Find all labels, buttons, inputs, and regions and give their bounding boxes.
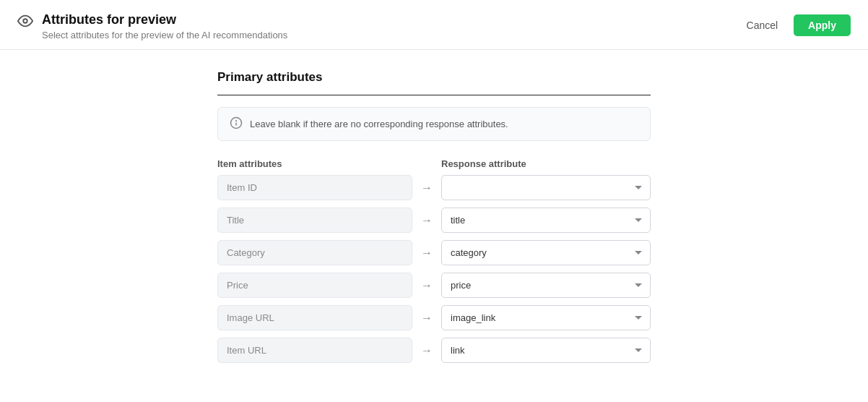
arrow-icon: → bbox=[412, 344, 441, 357]
arrow-icon: → bbox=[412, 247, 441, 260]
info-box: Leave blank if there are no correspondin… bbox=[217, 107, 651, 141]
attributes-header: Item attributes Response attribute bbox=[217, 158, 651, 169]
arrow-icon: → bbox=[412, 214, 441, 227]
response-attribute-select[interactable]: titlecategorypriceimage_linklinkiddescri… bbox=[441, 208, 651, 233]
primary-attributes-section: Primary attributes Leave blank if there … bbox=[217, 70, 651, 370]
item-attribute-field: Title bbox=[217, 208, 412, 233]
section-divider bbox=[217, 95, 651, 95]
page-title: Attributes for preview bbox=[42, 12, 287, 28]
item-attribute-field: Price bbox=[217, 273, 412, 298]
attribute-row: Item ID→titlecategorypriceimage_linklink… bbox=[217, 175, 651, 200]
attribute-row: Category→titlecategorypriceimage_linklin… bbox=[217, 240, 651, 265]
response-attribute-select[interactable]: titlecategorypriceimage_linklinkiddescri… bbox=[441, 175, 651, 200]
arrow-icon: → bbox=[412, 279, 441, 292]
item-attribute-field: Item URL bbox=[217, 338, 412, 363]
attribute-row: Item URL→titlecategorypriceimage_linklin… bbox=[217, 338, 651, 363]
cancel-button[interactable]: Cancel bbox=[738, 15, 787, 35]
attribute-rows-container: Item ID→titlecategorypriceimage_linklink… bbox=[217, 175, 651, 363]
arrow-icon: → bbox=[412, 181, 441, 194]
apply-button[interactable]: Apply bbox=[794, 14, 851, 36]
info-message: Leave blank if there are no correspondin… bbox=[250, 119, 508, 129]
attribute-row: Title→titlecategorypriceimage_linklinkid… bbox=[217, 208, 651, 233]
col-item-attributes-label: Item attributes bbox=[217, 158, 412, 169]
col-response-attribute-label: Response attribute bbox=[441, 158, 651, 169]
item-attribute-field: Image URL bbox=[217, 305, 412, 330]
response-attribute-select[interactable]: titlecategorypriceimage_linklinkiddescri… bbox=[441, 240, 651, 265]
svg-point-0 bbox=[23, 19, 27, 23]
header-title-group: Attributes for preview Select attributes… bbox=[42, 12, 287, 40]
info-icon bbox=[230, 116, 243, 132]
response-attribute-select[interactable]: titlecategorypriceimage_linklinkiddescri… bbox=[441, 273, 651, 298]
header-left: Attributes for preview Select attributes… bbox=[17, 12, 287, 40]
header-actions: Cancel Apply bbox=[738, 14, 851, 36]
response-attribute-select[interactable]: titlecategorypriceimage_linklinkiddescri… bbox=[441, 338, 651, 363]
item-attribute-field: Category bbox=[217, 240, 412, 265]
main-content: Primary attributes Leave blank if there … bbox=[0, 50, 868, 390]
page-header: Attributes for preview Select attributes… bbox=[0, 0, 868, 50]
section-title: Primary attributes bbox=[217, 70, 651, 85]
response-attribute-select[interactable]: titlecategorypriceimage_linklinkiddescri… bbox=[441, 305, 651, 330]
attribute-row: Image URL→titlecategorypriceimage_linkli… bbox=[217, 305, 651, 330]
page-subtitle: Select attributes for the preview of the… bbox=[42, 30, 287, 40]
arrow-icon: → bbox=[412, 312, 441, 325]
item-attribute-field: Item ID bbox=[217, 175, 412, 200]
eye-icon bbox=[17, 13, 33, 31]
attribute-row: Price→titlecategorypriceimage_linklinkid… bbox=[217, 273, 651, 298]
